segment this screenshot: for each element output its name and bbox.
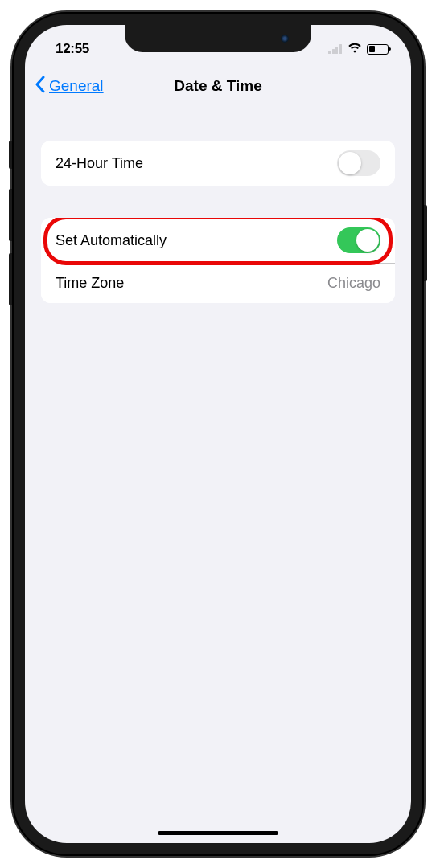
volume-up-button: [9, 189, 12, 241]
row-set-automatically[interactable]: Set Automatically: [41, 218, 395, 263]
wifi-icon: [348, 41, 362, 57]
phone-screen: 12:55 General Date & Time: [25, 25, 411, 843]
battery-icon: [367, 44, 389, 55]
toggle-knob: [339, 152, 361, 174]
front-camera: [281, 35, 289, 43]
row-time-zone[interactable]: Time Zone Chicago: [41, 263, 395, 303]
row-24-hour-time-label: 24-Hour Time: [56, 155, 143, 172]
cellular-icon: [328, 44, 343, 54]
content-area: 24-Hour Time Set Automatically Time Zone: [25, 108, 411, 303]
row-time-zone-value: Chicago: [327, 275, 380, 292]
home-indicator[interactable]: [158, 831, 278, 835]
chevron-left-icon: [35, 76, 46, 97]
battery-level: [369, 46, 376, 52]
toggle-set-automatically[interactable]: [337, 227, 380, 253]
settings-group-1: 24-Hour Time: [41, 141, 395, 186]
phone-frame: 12:55 General Date & Time: [12, 12, 424, 856]
notch: [125, 25, 311, 52]
volume-down-button: [9, 253, 12, 305]
toggle-24-hour-time[interactable]: [337, 150, 380, 176]
back-button[interactable]: General: [35, 76, 104, 97]
mute-switch: [9, 141, 12, 169]
row-time-zone-label: Time Zone: [56, 275, 124, 292]
toggle-knob: [356, 229, 379, 252]
nav-bar: General Date & Time: [25, 63, 411, 108]
row-set-automatically-label: Set Automatically: [56, 232, 167, 249]
status-time: 12:55: [56, 41, 104, 57]
power-button: [424, 205, 427, 281]
settings-group-2: Set Automatically Time Zone Chicago: [41, 218, 395, 303]
page-title: Date & Time: [174, 77, 261, 95]
back-label: General: [49, 77, 104, 95]
status-indicators: [328, 41, 389, 57]
row-24-hour-time[interactable]: 24-Hour Time: [41, 141, 395, 186]
